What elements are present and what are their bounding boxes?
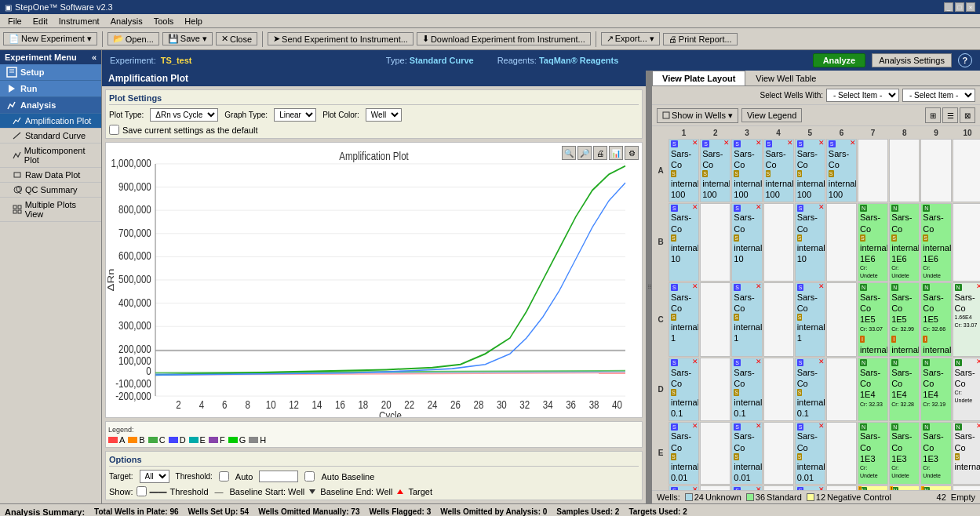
new-experiment-btn[interactable]: 📄 New Experiment ▾ bbox=[3, 32, 97, 45]
download-btn[interactable]: ⬇ Download Experiment from Instrument... bbox=[417, 32, 591, 45]
grid-view-btn[interactable]: ⊞ bbox=[925, 107, 941, 123]
well-e10[interactable]: ✕ N Sars-Co S internal. bbox=[953, 422, 981, 485]
show-threshold-checkbox[interactable] bbox=[137, 486, 147, 496]
analyze-button[interactable]: Analyze bbox=[813, 53, 866, 67]
sidebar-item-standard-curve[interactable]: Standard Curve bbox=[0, 129, 101, 144]
well-e6[interactable] bbox=[826, 422, 857, 485]
target-select[interactable]: All bbox=[140, 470, 169, 483]
menu-help[interactable]: Help bbox=[180, 16, 207, 27]
sidebar-item-multicomponent[interactable]: Multicomponent Plot bbox=[0, 144, 101, 168]
well-d1[interactable]: ✕ S Sars-Co S internal. 0.1 bbox=[669, 358, 699, 421]
analysis-settings-button[interactable]: Analysis Settings bbox=[872, 53, 952, 67]
plot-type-select[interactable]: ΔRn vs Cycle bbox=[150, 108, 218, 122]
zoom-plate-btn[interactable]: ⊠ bbox=[960, 107, 975, 123]
view-legend-btn[interactable]: View Legend bbox=[741, 108, 802, 122]
well-f4[interactable] bbox=[763, 485, 794, 490]
well-a4[interactable]: ✕ S Sars-Co S internal. 100 bbox=[763, 139, 794, 202]
minimize-btn[interactable]: _ bbox=[944, 2, 953, 12]
well-b4[interactable] bbox=[763, 203, 794, 282]
print-btn[interactable]: 🖨 Print Report... bbox=[663, 33, 738, 45]
well-c8[interactable]: N Sars-Co 1E5 Cr: 32.99 I internal. bbox=[889, 282, 920, 357]
well-c2[interactable] bbox=[700, 282, 730, 357]
sidebar-section-analysis[interactable]: Analysis bbox=[0, 97, 101, 114]
well-c5[interactable]: ✕ S Sars-Co S internal. 1 bbox=[795, 282, 825, 357]
maximize-btn[interactable]: □ bbox=[955, 2, 964, 12]
plot-color-select[interactable]: Well bbox=[366, 108, 402, 122]
export-chart-btn[interactable]: 📊 bbox=[609, 146, 623, 160]
open-btn[interactable]: 📂 Open... bbox=[107, 32, 159, 45]
threshold-value-input[interactable] bbox=[259, 471, 298, 482]
help-button[interactable]: ? bbox=[958, 53, 972, 67]
well-b8[interactable]: N Sars-Co S internal. 1E6 Cr: Undete bbox=[889, 203, 920, 282]
menu-file[interactable]: File bbox=[3, 16, 27, 27]
well-d5[interactable]: ✕ S Sars-Co S internal. 0.1 bbox=[795, 358, 825, 421]
close-btn[interactable]: × bbox=[966, 2, 975, 12]
well-c4[interactable] bbox=[763, 282, 794, 357]
well-a5[interactable]: ✕ S Sars-Co S internal. 100 bbox=[795, 139, 825, 202]
well-a7[interactable] bbox=[858, 139, 888, 202]
well-e7[interactable]: N Sars-Co 1E3 Cr: Undete bbox=[858, 422, 888, 485]
well-e5[interactable]: ✕ S Sars-Co S internal. 0.01 bbox=[795, 422, 825, 485]
well-e4[interactable] bbox=[763, 422, 794, 485]
sidebar-section-run[interactable]: Run bbox=[0, 81, 101, 97]
save-default-checkbox[interactable] bbox=[109, 125, 119, 135]
well-a10[interactable] bbox=[953, 139, 981, 202]
well-d4[interactable] bbox=[763, 358, 794, 421]
well-b10[interactable] bbox=[953, 203, 981, 282]
well-d8[interactable]: N Sars-Co 1E4 Cr: 32.28 bbox=[889, 358, 920, 421]
well-b9[interactable]: N Sars-Co S internal. 1E6 Cr: Undete bbox=[920, 203, 951, 282]
well-f10[interactable] bbox=[953, 485, 981, 490]
settings-chart-btn[interactable]: ⚙ bbox=[625, 146, 639, 160]
well-d7[interactable]: N Sars-Co 1E4 Cr: 32.33 bbox=[858, 358, 888, 421]
well-e9[interactable]: N Sars-Co 1E3 Cr: Undete bbox=[920, 422, 951, 485]
well-b3[interactable]: ✕ S Sars-Co S internal. 10 bbox=[731, 203, 762, 282]
export-btn[interactable]: ↗ Export... ▾ bbox=[601, 32, 660, 45]
well-d3[interactable]: ✕ S Sars-Co S internal. 0.1 bbox=[731, 358, 762, 421]
well-c3[interactable]: ✕ S Sars-Co S internal. 1 bbox=[731, 282, 762, 357]
well-d6[interactable] bbox=[826, 358, 857, 421]
well-b5[interactable]: ✕ S Sars-Co S internal. 10 bbox=[795, 203, 825, 282]
print-chart-btn[interactable]: 🖨 bbox=[593, 146, 607, 160]
well-c7[interactable]: N Sars-Co 1E5 Cr: 33.07 I internal. bbox=[858, 282, 888, 357]
well-b7[interactable]: N Sars-Co S internal. 1E6 Cr: Undete bbox=[858, 203, 888, 282]
well-d10[interactable]: ✕ N Sars-Co Cr: Undete bbox=[953, 358, 981, 421]
menu-edit[interactable]: Edit bbox=[28, 16, 53, 27]
well-a8[interactable] bbox=[889, 139, 920, 202]
tab-view-well-table[interactable]: View Well Table bbox=[745, 71, 826, 85]
well-f3[interactable]: ✕ S Sars-Co S internal. 0 bbox=[731, 485, 762, 490]
list-view-btn[interactable]: ☰ bbox=[942, 107, 958, 123]
well-b6[interactable] bbox=[826, 203, 857, 282]
well-d9[interactable]: N Sars-Co 1E4 Cr: 32.19 bbox=[920, 358, 951, 421]
well-f8[interactable]: ! N Sars-C. 100 Cr: 36.18 bbox=[889, 485, 920, 490]
auto-threshold-checkbox[interactable] bbox=[219, 471, 229, 481]
save-btn[interactable]: 💾 Save ▾ bbox=[162, 32, 213, 45]
well-a3[interactable]: ✕ S Sars-Co S internal. 100 bbox=[731, 139, 762, 202]
sidebar-item-multiple-plots[interactable]: Multiple Plots View bbox=[0, 198, 101, 222]
graph-type-select[interactable]: Linear bbox=[274, 108, 316, 122]
well-e8[interactable]: N Sars-Co 1E3 Cr: Undete bbox=[889, 422, 920, 485]
well-a1[interactable]: ✕ S Sars-Co S internal. 100 bbox=[669, 139, 699, 202]
well-e1[interactable]: ✕ S Sars-Co S internal. 0.01 bbox=[669, 422, 699, 485]
zoom-in-btn[interactable]: 🔍 bbox=[562, 146, 576, 160]
auto-baseline-checkbox[interactable] bbox=[304, 471, 315, 481]
well-f7[interactable]: ! N Sars-Co 100 Cr: 36.44 bbox=[858, 485, 888, 490]
well-f9[interactable]: ! N Sars-C. 100 Cr: 39.49 bbox=[920, 485, 951, 490]
menu-tools[interactable]: Tools bbox=[149, 16, 179, 27]
menu-instrument[interactable]: Instrument bbox=[54, 16, 104, 27]
well-f1[interactable]: ✕ S Sars-Co S internal. 0 bbox=[669, 485, 699, 490]
sidebar-section-setup[interactable]: Setup bbox=[0, 64, 101, 81]
well-e2[interactable] bbox=[700, 422, 730, 485]
well-f5[interactable]: ✕ S Sars-Co S internal. 0 bbox=[795, 485, 825, 490]
well-a6[interactable]: ✕ S Sars-Co S internal. 100 bbox=[826, 139, 857, 202]
well-c6[interactable] bbox=[826, 282, 857, 357]
zoom-out-btn[interactable]: 🔎 bbox=[577, 146, 592, 160]
well-b2[interactable] bbox=[700, 203, 730, 282]
well-b1[interactable]: ✕ S Sars-Co S internal. 10 bbox=[669, 203, 699, 282]
well-c1[interactable]: ✕ S Sars-Co S internal. 1 bbox=[669, 282, 699, 357]
sidebar-item-qc-summary[interactable]: Q QC Summary bbox=[0, 183, 101, 198]
well-a2[interactable]: ✕ S Sars-Co S internal. 100 bbox=[700, 139, 730, 202]
well-c9[interactable]: N Sars-Co 1E5 Cr: 32.66 I internal. bbox=[920, 282, 951, 357]
well-a9[interactable] bbox=[920, 139, 951, 202]
well-f6[interactable] bbox=[826, 485, 857, 490]
well-c10[interactable]: ✕ N Sars-Co 1.66E4 Cr: 33.07 bbox=[953, 282, 981, 357]
